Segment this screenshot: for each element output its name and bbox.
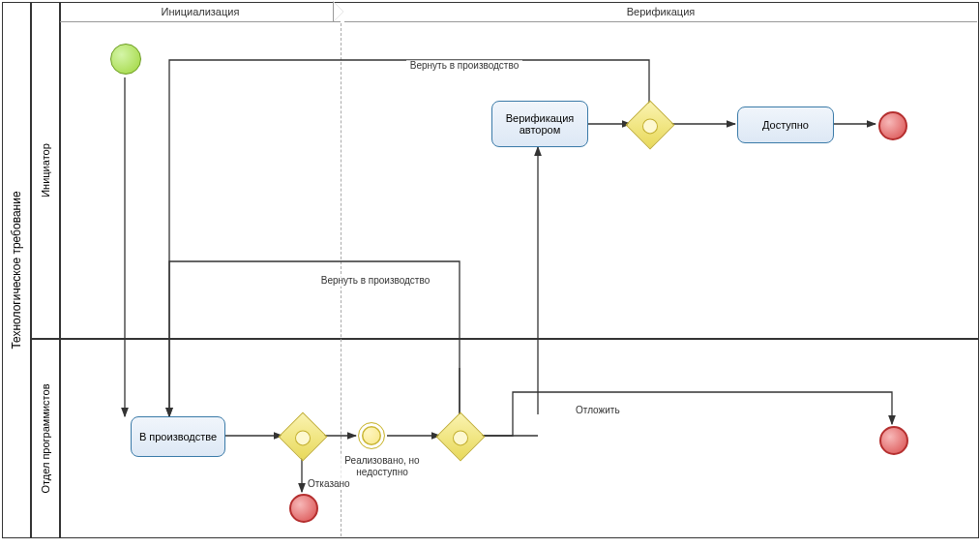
task-verify-author-text: Верификация автором [496,112,583,136]
bpmn-diagram: Технологическое требование Инициатор Отд… [0,0,980,548]
flow-label-refused: Отказано [308,478,350,490]
task-in-production-text: В производстве [139,431,217,442]
pool-label: Технологическое требование [2,2,31,538]
end-event-refused [289,494,318,523]
task-in-production: В производстве [131,416,225,457]
task-verify-author: Верификация автором [491,101,588,147]
lane-programmers-label: Отдел программистов [31,339,60,538]
end-event-top [878,111,907,140]
flow-label-postpone: Отложить [576,405,620,416]
phase-verify-header: Верификация [344,2,977,22]
flow-label-realized: Реализовано, но недоступно [339,455,426,478]
phase-verify-text: Верификация [627,6,696,17]
phase-divider-arrow [334,2,343,21]
flow-label-return-mid: Вернуть в производство [317,275,433,287]
phase-init-header: Инициализация [60,2,341,22]
lane-initiator-label: Инициатор [31,2,60,339]
lane-programmers-text: Отдел программистов [40,384,51,494]
task-available: Доступно [737,107,834,143]
start-event [110,44,141,75]
task-available-text: Доступно [762,119,809,131]
gateway-after-production-inner [292,427,314,449]
gateway-mid-inner [450,427,472,449]
flow-label-return-top: Вернуть в производство [406,60,522,72]
lane-initiator-body [60,2,979,339]
lane-initiator-text: Инициатор [40,143,51,198]
intermediate-event-realized [358,422,385,449]
pool-name: Технологическое требование [10,191,23,349]
end-event-postpone [879,426,908,455]
phase-init-text: Инициализация [162,6,240,17]
gateway-top-inner [639,115,662,137]
